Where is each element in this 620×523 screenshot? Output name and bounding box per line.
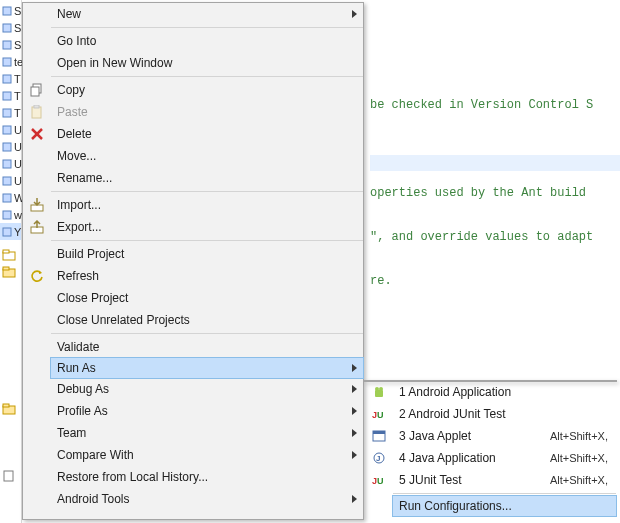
svg-rect-15 <box>3 250 9 253</box>
menu-label: Copy <box>57 83 85 97</box>
tree-node-label: U <box>14 158 22 170</box>
menu-item-profile-as[interactable]: Profile As <box>51 400 363 422</box>
submenu-item-java-app[interactable]: J 4 Java Application Alt+Shift+X, <box>393 447 616 469</box>
tree-node[interactable] <box>0 467 21 484</box>
svg-text:JU: JU <box>372 476 384 486</box>
editor-line: be checked in Version Control S <box>370 98 620 114</box>
menu-item-copy[interactable]: Copy <box>51 79 363 101</box>
menu-item-restore-history[interactable]: Restore from Local History... <box>51 466 363 488</box>
tree-node-label: S <box>14 22 21 34</box>
tree-node[interactable]: w <box>0 206 21 223</box>
svg-point-30 <box>375 387 379 391</box>
svg-rect-9 <box>3 160 11 168</box>
menu-item-build-project[interactable]: Build Project <box>51 243 363 265</box>
tree-node[interactable] <box>0 263 21 280</box>
submenu-arrow-icon <box>352 364 357 372</box>
svg-rect-8 <box>3 143 11 151</box>
project-explorer[interactable]: S S S te T T T U U U U W <box>0 0 22 523</box>
menu-label: Move... <box>57 149 96 163</box>
submenu-item-android-junit[interactable]: JU 2 Android JUnit Test <box>393 403 616 425</box>
tree-node[interactable]: S <box>0 2 21 19</box>
tree-node[interactable]: W <box>0 189 21 206</box>
tree-node[interactable] <box>0 246 21 263</box>
tree-node[interactable]: U <box>0 138 21 155</box>
svg-rect-29 <box>375 390 383 397</box>
menu-item-refresh[interactable]: Refresh <box>51 265 363 287</box>
svg-rect-11 <box>3 194 11 202</box>
menu-label: Close Unrelated Projects <box>57 313 190 327</box>
tree-node[interactable]: T <box>0 70 21 87</box>
submenu-arrow-icon <box>352 385 357 393</box>
menu-item-delete[interactable]: Delete <box>51 123 363 145</box>
menu-label: Restore from Local History... <box>57 470 208 484</box>
run-as-submenu[interactable]: 1 Android Application JU 2 Android JUnit… <box>364 380 617 382</box>
import-icon <box>29 197 45 213</box>
junit-icon: JU <box>371 472 387 488</box>
menu-item-validate[interactable]: Validate <box>51 336 363 358</box>
menu-label: 1 Android Application <box>399 385 511 399</box>
menu-item-close-project[interactable]: Close Project <box>51 287 363 309</box>
tree-node[interactable]: T <box>0 104 21 121</box>
menu-item-import[interactable]: Import... <box>51 194 363 216</box>
menu-item-android-tools[interactable]: Android Tools <box>51 488 363 510</box>
tree-node[interactable]: U <box>0 155 21 172</box>
tree-node[interactable] <box>0 400 21 417</box>
menu-separator <box>51 333 363 334</box>
submenu-arrow-icon <box>352 495 357 503</box>
tree-node[interactable]: S <box>0 19 21 36</box>
menu-separator <box>393 493 616 494</box>
menu-item-move[interactable]: Move... <box>51 145 363 167</box>
svg-rect-17 <box>3 267 9 270</box>
menu-label: Delete <box>57 127 92 141</box>
tree-node-label: T <box>14 73 21 85</box>
editor-line: re. <box>370 274 620 290</box>
svg-rect-4 <box>3 75 11 83</box>
menu-label: Profile As <box>57 404 108 418</box>
tree-node-label: S <box>14 39 21 51</box>
export-icon <box>29 219 45 235</box>
menu-item-run-as[interactable]: Run As <box>50 357 364 379</box>
menu-label: New <box>57 7 81 21</box>
tree-node[interactable]: te <box>0 53 21 70</box>
menu-item-close-unrelated[interactable]: Close Unrelated Projects <box>51 309 363 331</box>
tree-node[interactable]: U <box>0 172 21 189</box>
svg-rect-20 <box>4 471 13 481</box>
svg-point-31 <box>379 387 383 391</box>
context-menu[interactable]: New Go Into Open in New Window Copy Past… <box>22 2 364 520</box>
tree-node-selected[interactable]: Y <box>0 223 21 240</box>
menu-label: 4 Java Application <box>399 451 496 465</box>
submenu-item-junit-test[interactable]: JU 5 JUnit Test Alt+Shift+X, <box>393 469 616 491</box>
svg-text:JU: JU <box>372 410 384 420</box>
menu-label: 2 Android JUnit Test <box>399 407 506 421</box>
junit-icon: JU <box>371 406 387 422</box>
svg-rect-22 <box>31 87 39 96</box>
svg-rect-10 <box>3 177 11 185</box>
menu-item-open-new-window[interactable]: Open in New Window <box>51 52 363 74</box>
menu-item-go-into[interactable]: Go Into <box>51 30 363 52</box>
menu-item-debug-as[interactable]: Debug As <box>51 378 363 400</box>
tree-node[interactable]: U <box>0 121 21 138</box>
svg-text:J: J <box>376 454 380 463</box>
tree-node[interactable]: S <box>0 36 21 53</box>
menu-item-team[interactable]: Team <box>51 422 363 444</box>
menu-item-new[interactable]: New <box>51 3 363 25</box>
submenu-item-java-applet[interactable]: 3 Java Applet Alt+Shift+X, <box>393 425 616 447</box>
submenu-item-run-configurations[interactable]: Run Configurations... <box>392 495 617 517</box>
menu-item-compare-with[interactable]: Compare With <box>51 444 363 466</box>
menu-separator <box>51 76 363 77</box>
file-icon <box>2 470 16 482</box>
tree-node-label: T <box>14 107 21 119</box>
svg-rect-6 <box>3 109 11 117</box>
tree-node-label: S <box>14 5 21 17</box>
menu-label: Build Project <box>57 247 124 261</box>
menu-separator <box>51 240 363 241</box>
menu-shortcut: Alt+Shift+X, <box>550 474 608 486</box>
menu-label: Validate <box>57 340 99 354</box>
menu-item-rename[interactable]: Rename... <box>51 167 363 189</box>
editor-line: ", and override values to adapt <box>370 230 620 246</box>
menu-label: Open in New Window <box>57 56 172 70</box>
svg-rect-13 <box>3 228 11 236</box>
tree-node[interactable]: T <box>0 87 21 104</box>
menu-item-export[interactable]: Export... <box>51 216 363 238</box>
submenu-item-android-app[interactable]: 1 Android Application <box>393 381 616 403</box>
